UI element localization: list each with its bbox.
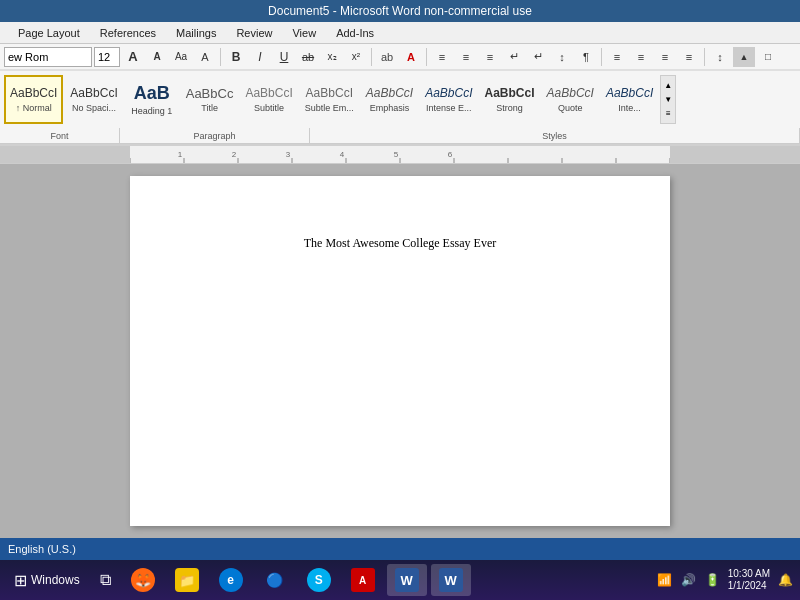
network-icon[interactable]: 📶 <box>656 571 674 589</box>
style-heading1[interactable]: AaB Heading 1 <box>125 75 179 124</box>
style-title[interactable]: AaBbCc Title <box>181 75 239 124</box>
separator-3 <box>426 48 427 66</box>
ribbon-tabs: Page Layout References Mailings Review V… <box>0 22 800 44</box>
tab-addins[interactable]: Add-Ins <box>326 23 384 43</box>
style-title-preview: AaBbCc <box>186 86 234 102</box>
svg-text:3: 3 <box>286 150 291 159</box>
style-normal-preview: AaBbCcI <box>10 86 57 100</box>
subscript-button[interactable]: x₂ <box>321 47 343 67</box>
font-name-input[interactable] <box>4 47 92 67</box>
justify-button[interactable]: ≡ <box>678 47 700 67</box>
system-time: 10:30 AM1/1/2024 <box>728 568 770 592</box>
style-strong[interactable]: AaBbCcI Strong <box>480 75 540 124</box>
style-quote[interactable]: AaBbCcI Quote <box>542 75 599 124</box>
svg-text:6: 6 <box>448 150 453 159</box>
chrome-icon: 🔵 <box>263 568 287 592</box>
underline-button[interactable]: U <box>273 47 295 67</box>
shading-button[interactable]: ▲ <box>733 47 755 67</box>
align-left-button[interactable]: ≡ <box>606 47 628 67</box>
tab-mailings[interactable]: Mailings <box>166 23 226 43</box>
style-emphasis[interactable]: AaBbCcI Emphasis <box>361 75 418 124</box>
styles-more-icon: ≡ <box>666 109 671 118</box>
font-size-input[interactable] <box>94 47 120 67</box>
style-no-spacing[interactable]: AaBbCcI No Spaci... <box>65 75 122 124</box>
skype-button[interactable]: S <box>299 564 339 596</box>
font-grow-button[interactable]: A <box>122 47 144 67</box>
task-view-button[interactable]: ⧉ <box>92 564 119 596</box>
document-page[interactable]: The Most Awesome College Essay Ever <box>130 176 670 526</box>
word-button-2[interactable]: W <box>431 564 471 596</box>
text-highlight-button[interactable]: ab <box>376 47 398 67</box>
taskbar-right: 📶 🔊 🔋 10:30 AM1/1/2024 🔔 <box>656 568 794 592</box>
styles-group-label: Styles <box>310 128 800 143</box>
strikethrough-button[interactable]: ab <box>297 47 319 67</box>
clear-format-button[interactable]: A <box>194 47 216 67</box>
sort-button[interactable]: ↕ <box>551 47 573 67</box>
font-shrink-button[interactable]: A <box>146 47 168 67</box>
word-icon-1: W <box>395 568 419 592</box>
acrobat-button[interactable]: A <box>343 564 383 596</box>
style-intense-emphasis-preview: AaBbCcI <box>425 86 472 100</box>
status-bar: English (U.S.) <box>0 538 800 560</box>
tab-page-layout[interactable]: Page Layout <box>8 23 90 43</box>
tab-review[interactable]: Review <box>226 23 282 43</box>
svg-text:2: 2 <box>232 150 237 159</box>
ribbon-group-labels: Font Paragraph Styles <box>0 128 800 144</box>
style-strong-preview: AaBbCcI <box>485 86 535 100</box>
explorer-button[interactable]: 📁 <box>167 564 207 596</box>
firefox-icon: 🦊 <box>131 568 155 592</box>
styles-scroll-button[interactable]: ▲ ▼ ≡ <box>660 75 676 124</box>
style-subtle-emphasis[interactable]: AaBbCcI Subtle Em... <box>300 75 359 124</box>
title-bar: Document5 - Microsoft Word non-commercia… <box>0 0 800 22</box>
change-case-button[interactable]: Aa <box>170 47 192 67</box>
separator-4 <box>601 48 602 66</box>
notification-icon[interactable]: 🔔 <box>776 571 794 589</box>
taskbar: ⊞ Windows ⧉ 🦊 📁 e 🔵 S A W W 📶 🔊 🔋 10:30 … <box>0 560 800 600</box>
toolbar-area: A A Aa A B I U ab x₂ x² ab A ≡ ≡ ≡ ↵ ↵ ↕… <box>0 44 800 146</box>
style-normal[interactable]: AaBbCcI ↑ Normal <box>4 75 63 124</box>
superscript-button[interactable]: x² <box>345 47 367 67</box>
numbering-button[interactable]: ≡ <box>455 47 477 67</box>
volume-icon[interactable]: 🔊 <box>680 571 698 589</box>
bold-button[interactable]: B <box>225 47 247 67</box>
style-subtitle[interactable]: AaBbCcI Subtitle <box>240 75 297 124</box>
edge-icon: e <box>219 568 243 592</box>
style-heading1-label: Heading 1 <box>131 106 172 116</box>
align-center-button[interactable]: ≡ <box>630 47 652 67</box>
style-subtitle-label: Subtitle <box>254 103 284 113</box>
tab-references[interactable]: References <box>90 23 166 43</box>
decrease-indent-button[interactable]: ↵ <box>503 47 525 67</box>
font-row: A A Aa A B I U ab x₂ x² ab A ≡ ≡ ≡ ↵ ↵ ↕… <box>0 44 800 70</box>
tab-view[interactable]: View <box>282 23 326 43</box>
edge-button[interactable]: e <box>211 564 251 596</box>
style-intense-quote-label: Inte... <box>618 103 641 113</box>
word-button-1[interactable]: W <box>387 564 427 596</box>
word-icon-2: W <box>439 568 463 592</box>
style-intense-quote[interactable]: AaBbCcI Inte... <box>601 75 658 124</box>
ruler: 1 2 3 4 5 6 <box>0 146 800 164</box>
align-right-button[interactable]: ≡ <box>654 47 676 67</box>
start-button[interactable]: ⊞ Windows <box>6 564 88 596</box>
skype-icon: S <box>307 568 331 592</box>
start-label: Windows <box>31 573 80 587</box>
increase-indent-button[interactable]: ↵ <box>527 47 549 67</box>
borders-button[interactable]: □ <box>757 47 779 67</box>
chrome-button[interactable]: 🔵 <box>255 564 295 596</box>
bullets-button[interactable]: ≡ <box>431 47 453 67</box>
window-title: Document5 - Microsoft Word non-commercia… <box>268 4 532 18</box>
font-color-button[interactable]: A <box>400 47 422 67</box>
style-intense-emphasis[interactable]: AaBbCcI Intense E... <box>420 75 477 124</box>
paragraph-group-label: Paragraph <box>120 128 310 143</box>
styles-row: AaBbCcI ↑ Normal AaBbCcI No Spaci... AaB… <box>0 70 800 128</box>
font-group-label: Font <box>0 128 120 143</box>
styles-scroll-up-icon: ▲ <box>664 81 672 90</box>
firefox-button[interactable]: 🦊 <box>123 564 163 596</box>
styles-scroll-down-icon: ▼ <box>664 95 672 104</box>
multilevel-button[interactable]: ≡ <box>479 47 501 67</box>
style-no-spacing-preview: AaBbCcI <box>70 86 117 100</box>
battery-icon[interactable]: 🔋 <box>704 571 722 589</box>
line-spacing-button[interactable]: ↕ <box>709 47 731 67</box>
show-hide-button[interactable]: ¶ <box>575 47 597 67</box>
svg-text:4: 4 <box>340 150 345 159</box>
italic-button[interactable]: I <box>249 47 271 67</box>
